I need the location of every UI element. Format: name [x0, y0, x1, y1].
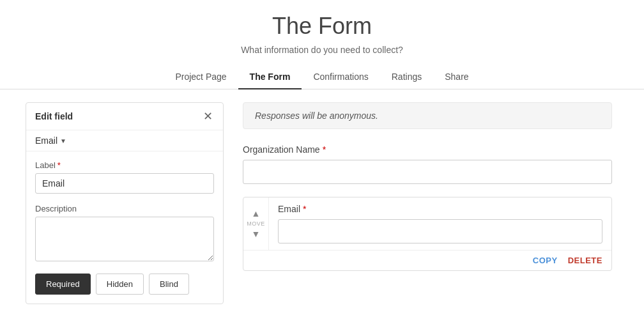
email-card-inner: Email * [269, 197, 611, 250]
required-button[interactable]: Required [35, 274, 91, 295]
email-input[interactable] [278, 219, 602, 243]
field-type-label: Email [35, 135, 57, 146]
move-down-button[interactable]: ▼ [248, 228, 264, 240]
label-input[interactable] [35, 173, 214, 194]
edit-panel-body: Label * Description Required Hidden Blin… [26, 151, 223, 304]
page-title: The Form [0, 13, 644, 40]
org-name-input[interactable] [243, 160, 612, 184]
page-subtitle: What information do you need to collect? [0, 45, 644, 55]
hidden-button[interactable]: Hidden [96, 274, 144, 295]
edit-panel-title: Edit field [35, 111, 73, 121]
close-button[interactable]: ✕ [202, 111, 214, 122]
org-name-field-block: Organization Name * [243, 144, 612, 184]
move-col: ▲ MOVE ▼ [243, 197, 269, 250]
label-field-label: Label * [35, 160, 214, 170]
org-name-label: Organization Name * [243, 144, 612, 155]
copy-link[interactable]: COPY [533, 256, 558, 265]
label-required-star: * [57, 160, 61, 170]
tab-share[interactable]: Share [433, 65, 480, 89]
blind-button[interactable]: Blind [149, 274, 189, 295]
move-up-button[interactable]: ▲ [248, 208, 264, 219]
delete-link[interactable]: DELETE [568, 256, 602, 265]
edit-panel-header: Edit field ✕ [26, 103, 223, 130]
email-field-label: Email * [278, 204, 602, 214]
description-textarea[interactable] [35, 217, 214, 261]
anonymous-notice: Responses will be anonymous. [243, 102, 612, 129]
email-required-star: * [303, 204, 306, 214]
tab-confirmations[interactable]: Confirmations [302, 65, 379, 89]
email-card-content: ▲ MOVE ▼ Email * [243, 197, 611, 250]
main-content: Edit field ✕ Email ▼ Label * Description… [0, 102, 644, 304]
field-type-row[interactable]: Email ▼ [26, 130, 223, 151]
card-actions: COPY DELETE [243, 250, 611, 270]
page-header: The Form What information do you need to… [0, 0, 644, 55]
label-field-group: Label * [35, 160, 214, 194]
move-label: MOVE [247, 220, 265, 227]
description-field-label: Description [35, 204, 214, 213]
tab-ratings[interactable]: Ratings [380, 65, 433, 89]
tab-project-page[interactable]: Project Page [164, 65, 238, 89]
nav-tabs: Project Page The Form Confirmations Rati… [0, 65, 644, 89]
edit-panel: Edit field ✕ Email ▼ Label * Description… [26, 102, 224, 304]
tab-the-form[interactable]: The Form [238, 65, 302, 89]
org-name-required-star: * [323, 144, 326, 155]
description-field-group: Description [35, 204, 214, 263]
form-preview: Responses will be anonymous. Organizatio… [236, 102, 618, 304]
email-field-card: ▲ MOVE ▼ Email * COPY DELETE [243, 197, 612, 271]
field-options-buttons: Required Hidden Blind [35, 274, 214, 295]
dropdown-arrow-icon: ▼ [60, 137, 66, 144]
